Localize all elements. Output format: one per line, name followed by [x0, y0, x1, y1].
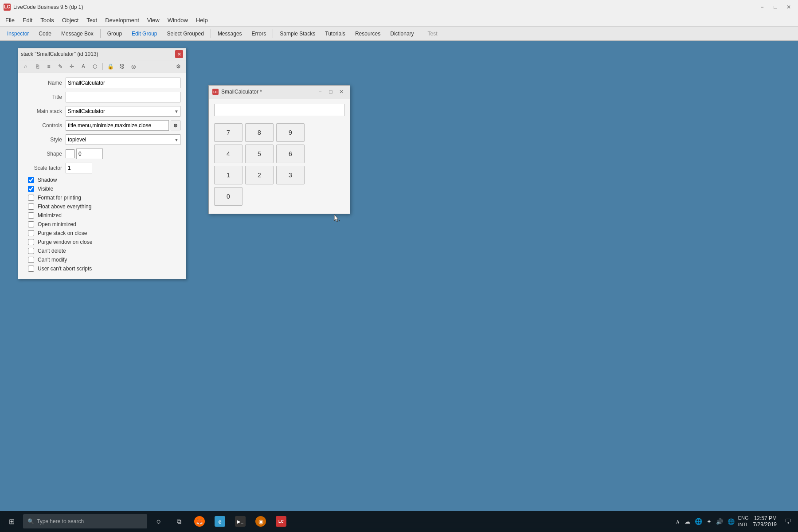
maximize-button[interactable]: □: [770, 3, 781, 12]
toolbar-message-box[interactable]: Message Box: [57, 29, 98, 38]
toolbar-inspector[interactable]: Inspector: [3, 29, 33, 38]
shadow-checkbox[interactable]: [28, 177, 34, 183]
toolbar-select-grouped[interactable]: Select Grouped: [162, 29, 208, 38]
toolbar-sample-stacks[interactable]: Sample Stacks: [275, 29, 320, 38]
target-icon[interactable]: ◎: [129, 62, 138, 71]
copy-icon[interactable]: ⎘: [32, 62, 42, 71]
purge-window-checkbox[interactable]: [28, 239, 34, 245]
calc-btn-8[interactable]: 8: [245, 123, 274, 142]
calc-btn-7[interactable]: 7: [214, 123, 243, 142]
network-icon[interactable]: 🌐: [727, 517, 735, 526]
taskbar-language[interactable]: ENG INTL: [738, 515, 749, 528]
plus-icon[interactable]: ✛: [67, 62, 77, 71]
toolbar-code[interactable]: Code: [34, 29, 56, 38]
menu-development[interactable]: Development: [102, 16, 143, 25]
toolbar-errors[interactable]: Errors: [247, 29, 271, 38]
cant-delete-checkbox[interactable]: [28, 248, 34, 254]
toolbar-dictionary[interactable]: Dictionary: [386, 29, 418, 38]
controls-input[interactable]: [66, 120, 169, 131]
menu-object[interactable]: Object: [59, 16, 82, 25]
list-icon[interactable]: ≡: [44, 62, 54, 71]
style-select[interactable]: toplevel: [66, 134, 180, 145]
controls-edit-button[interactable]: ⚙: [171, 121, 180, 130]
user-cant-abort-checkbox-row: User can't abort scripts: [23, 266, 180, 272]
format-printing-checkbox[interactable]: [28, 195, 34, 201]
calc-btn-3[interactable]: 3: [276, 166, 305, 184]
minimize-button[interactable]: −: [756, 3, 768, 12]
cloud-icon[interactable]: ☁: [684, 517, 691, 526]
toolbar-tutorials[interactable]: Tutorials: [321, 29, 350, 38]
firefox-icon: 🦊: [194, 516, 205, 527]
calc-btn-9[interactable]: 9: [276, 123, 305, 142]
taskview-icon: ⧉: [174, 516, 184, 527]
taskbar-edge[interactable]: e: [210, 511, 230, 532]
main-stack-field-row: Main stack SmallCalculator ▼: [23, 106, 180, 117]
chevron-icon[interactable]: ∧: [675, 517, 681, 526]
firefox-sys-icon[interactable]: 🌐: [694, 517, 703, 526]
gear-icon[interactable]: ⚙: [173, 62, 183, 71]
toolbar-resources[interactable]: Resources: [351, 29, 385, 38]
calc-btn-5[interactable]: 5: [245, 145, 274, 163]
volume-icon[interactable]: 🔊: [715, 517, 724, 526]
calc-btn-1[interactable]: 1: [214, 166, 243, 184]
calculator-close-button[interactable]: ✕: [336, 88, 346, 96]
main-stack-select[interactable]: SmallCalculator: [66, 106, 180, 117]
calculator-display[interactable]: [214, 104, 344, 116]
menu-window[interactable]: Window: [164, 16, 192, 25]
open-minimized-checkbox[interactable]: [28, 221, 34, 227]
taskbar-terminal[interactable]: ▶_: [231, 511, 250, 532]
windows-icon: ⊞: [9, 517, 15, 526]
name-label: Name: [23, 80, 66, 86]
title-label: Title: [23, 94, 66, 100]
calc-btn-4[interactable]: 4: [214, 145, 243, 163]
taskbar-app6[interactable]: ◉: [251, 511, 270, 532]
taskbar-cortana[interactable]: ○: [149, 511, 168, 532]
cant-modify-checkbox[interactable]: [28, 257, 34, 263]
calculator-minimize-button[interactable]: −: [315, 88, 325, 96]
menu-edit[interactable]: Edit: [19, 16, 36, 25]
close-button[interactable]: ✕: [783, 3, 794, 12]
taskbar-taskview[interactable]: ⧉: [169, 511, 189, 532]
notification-button[interactable]: 🗨: [781, 511, 794, 532]
toolbar-test[interactable]: Test: [423, 29, 442, 38]
taskbar-search[interactable]: 🔍 Type here to search: [23, 514, 147, 528]
toolbar-edit-group[interactable]: Edit Group: [127, 29, 161, 38]
user-cant-abort-checkbox[interactable]: [28, 266, 34, 272]
calc-row-0: 0: [214, 187, 344, 206]
calc-btn-0[interactable]: 0: [214, 187, 243, 206]
scale-factor-input[interactable]: [66, 163, 92, 173]
title-input[interactable]: [66, 92, 180, 102]
link-icon[interactable]: ⬡: [90, 62, 100, 71]
taskbar-clock[interactable]: 12:57 PM 7/29/2019: [751, 515, 778, 528]
shape-input[interactable]: [76, 149, 103, 159]
menu-file[interactable]: File: [2, 16, 18, 25]
taskbar-firefox[interactable]: 🦊: [190, 511, 209, 532]
home-icon[interactable]: ⌂: [21, 62, 31, 71]
menu-view[interactable]: View: [144, 16, 163, 25]
visible-checkbox[interactable]: [28, 186, 34, 192]
minimized-checkbox[interactable]: [28, 212, 34, 219]
controls-label: Controls: [23, 122, 66, 129]
inspector-close-button[interactable]: ✕: [175, 50, 183, 58]
purge-stack-checkbox[interactable]: [28, 230, 34, 236]
chain-icon[interactable]: ⛓: [117, 62, 127, 71]
dropbox-icon[interactable]: ✦: [706, 517, 712, 526]
menu-help[interactable]: Help: [192, 16, 211, 25]
pencil-icon[interactable]: ✎: [55, 62, 65, 71]
float-above-checkbox[interactable]: [28, 203, 34, 210]
taskbar-livecode[interactable]: LC: [271, 511, 291, 532]
minimized-label: Minimized: [38, 212, 62, 219]
text-icon[interactable]: A: [78, 62, 88, 71]
toolbar-group[interactable]: Group: [103, 29, 126, 38]
inspector-panel: stack "SmallCalculator" (id 1013) ✕ ⌂ ⎘ …: [18, 48, 186, 279]
toolbar-separator-1: [100, 29, 101, 38]
menu-tools[interactable]: Tools: [37, 16, 57, 25]
calc-btn-2[interactable]: 2: [245, 166, 274, 184]
toolbar-messages[interactable]: Messages: [213, 29, 246, 38]
lock-icon[interactable]: 🔒: [106, 62, 115, 71]
start-button[interactable]: ⊞: [0, 511, 23, 532]
menu-text[interactable]: Text: [83, 16, 101, 25]
name-input[interactable]: [66, 78, 180, 88]
calc-btn-6[interactable]: 6: [276, 145, 305, 163]
calculator-maximize-button[interactable]: □: [326, 88, 336, 96]
